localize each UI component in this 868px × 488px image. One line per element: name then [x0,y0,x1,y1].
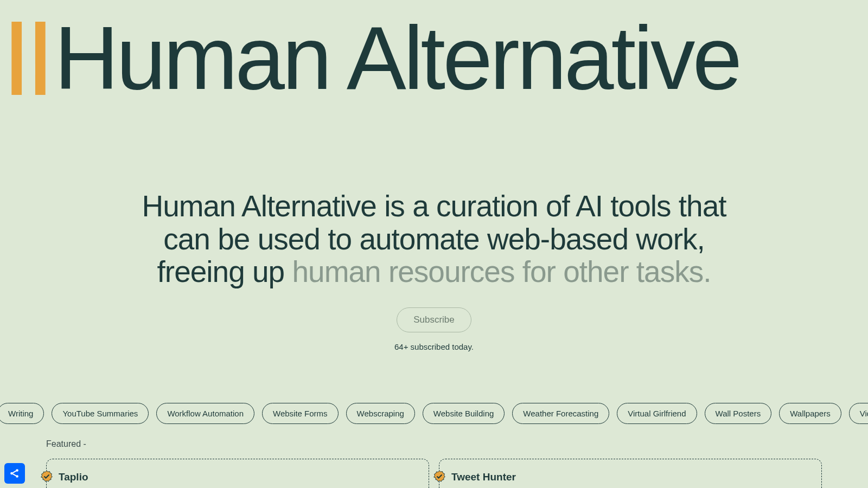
subscribe-button[interactable]: Subscribe [397,307,471,332]
tagline: Human Alternative is a curation of AI to… [136,190,732,288]
tag-website-building[interactable]: Website Building [423,403,505,424]
tag-video-summaries[interactable]: Video Summaries [849,403,868,424]
svg-line-7 [12,474,16,476]
tag-youtube-summaries[interactable]: YouTube Summaries [52,403,149,424]
tag-wall-posters[interactable]: Wall Posters [705,403,772,424]
featured-card-taplio[interactable]: Taplio Leverage the power of AI for Link… [46,459,429,489]
tag-weather-forecasting[interactable]: Weather Forecasting [512,403,609,424]
tag-webscraping[interactable]: Webscraping [346,403,415,424]
brand-name: Human Alternative [54,14,739,103]
verified-badge-icon [433,470,446,483]
verified-badge-icon [40,470,53,483]
brand-logo-icon [11,22,46,95]
featured-section: Featured - Taplio Leverage the power of … [0,424,868,489]
tag-wallpapers[interactable]: Wallpapers [779,403,841,424]
card-title: Tweet Hunter [451,471,809,483]
tag-website-forms[interactable]: Website Forms [262,403,339,424]
tag-writing[interactable]: Writing [0,403,44,424]
tags-row: Writing YouTube Summaries Workflow Autom… [0,351,868,424]
subscribed-count-text: 64+ subscribed today. [54,342,814,351]
share-button[interactable] [4,463,25,484]
tagline-text-muted: human resources for other tasks. [292,255,711,288]
featured-cards-row: Taplio Leverage the power of AI for Link… [46,459,822,489]
hero-section: Human Alternative is a curation of AI to… [0,119,868,351]
svg-rect-1 [35,22,46,95]
featured-card-tweet-hunter[interactable]: Tweet Hunter Build and monetize your Twi… [439,459,822,489]
tag-virtual-girlfriend[interactable]: Virtual Girlfriend [617,403,697,424]
svg-marker-2 [22,41,35,75]
tag-workflow-automation[interactable]: Workflow Automation [156,403,254,424]
featured-label: Featured - [46,439,822,449]
svg-rect-0 [11,22,22,95]
card-title: Taplio [59,471,417,483]
svg-line-6 [12,471,16,473]
header: Human Alternative [0,0,868,119]
share-icon [9,467,21,479]
